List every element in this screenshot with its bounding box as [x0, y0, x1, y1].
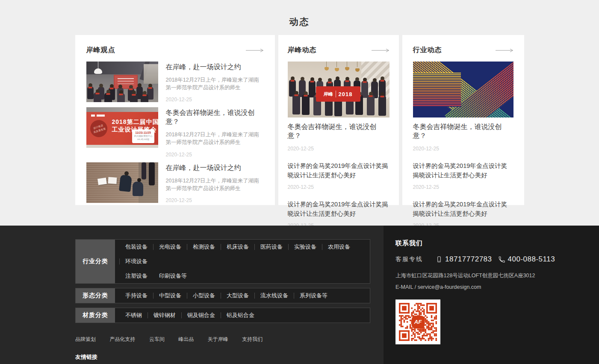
- more-arrow-icon[interactable]: [372, 48, 389, 53]
- category-label: 材质分类: [76, 308, 115, 323]
- article-list-item[interactable]: 设计界的金马奖2019年金点设计奖揭晓设计让生活更舒心美好 2020-12-25: [413, 161, 513, 191]
- footer-nav-link[interactable]: 云车间: [149, 336, 165, 342]
- contact-heading: 联系我们: [395, 239, 599, 247]
- qr-center-logo: AF: [412, 316, 425, 329]
- category-row-form: 形态分类 手持设备 中型设备 小型设备 大型设备 流水线设备 系列设备等: [75, 288, 370, 303]
- footer-nav-link[interactable]: 品牌策划: [75, 336, 96, 342]
- category-link[interactable]: 不锈钢: [121, 308, 146, 323]
- article-title: 设计界的金马奖2019年金点设计奖揭晓设计让生活更舒心美好: [413, 200, 513, 219]
- article-title: 设计界的金马奖2019年金点设计奖揭晓设计让生活更舒心美好: [288, 161, 389, 180]
- category-link[interactable]: 机床设备: [222, 240, 253, 254]
- category-link[interactable]: 小型设备: [189, 288, 219, 303]
- category-row-material: 材质分类 不锈钢 镀锌钢材 铜及铜合金 铝及铝合金: [75, 308, 370, 323]
- category-label: 形态分类: [76, 288, 115, 303]
- article-excerpt: 2018年12月27日上午，岸峰迎来了湖南第一师范学院产品设计系的师生: [166, 76, 264, 91]
- footer-nav: 品牌策划 产品化支持 云车间 峰出品 关于岸峰 支持我们: [75, 335, 384, 343]
- article-date: 2020-12-25: [166, 97, 192, 103]
- category-link[interactable]: 注塑设备: [121, 269, 151, 283]
- article-list-item[interactable]: 设计界的金马奖2019年金点设计奖揭晓设计让生活更舒心美好 2020-12-25: [413, 200, 513, 229]
- expo-date-box: 11/23-11/25 武汉国际博览中心 A4.A5.A6馆: [132, 129, 154, 143]
- category-link[interactable]: 铜及铜合金: [183, 308, 219, 323]
- article-date: 2020-12-25: [166, 152, 192, 158]
- article-list-item[interactable]: 在岸峰，赴一场设计之约 2018年12月27日上午，岸峰迎来了湖南第一师范学院产…: [86, 162, 264, 204]
- company-address: 上海市虹口区花园路128号运动LOFT创意园七街区A座3012: [395, 272, 599, 279]
- article-date: 2020-12-25: [288, 184, 314, 190]
- category-link[interactable]: 光电设备: [155, 240, 185, 254]
- featured-thumbnail-abstract-lines[interactable]: [413, 62, 513, 117]
- service-number[interactable]: 400-088-5113: [508, 255, 555, 264]
- footer-nav-link[interactable]: 产品化支持: [109, 336, 135, 342]
- article-excerpt: 2018年12月27日上午，岸峰迎来了湖南第一师范学院产品设计系的师生: [166, 131, 264, 146]
- column-header-row: 岸峰观点: [86, 46, 264, 55]
- article-list-item[interactable]: 设计界的金马奖2019年金点设计奖揭晓设计让生活更舒心美好 2020-12-25: [288, 200, 389, 229]
- page-title: 动态: [0, 0, 599, 27]
- category-link[interactable]: 系列设备等: [295, 288, 331, 303]
- article-list-item[interactable]: 在岸峰，赴一场设计之约 2018年12月27日上午，岸峰迎来了湖南第一师范学院产…: [86, 62, 264, 103]
- footer-nav-link[interactable]: 峰出品: [178, 336, 194, 342]
- column-title: 岸峰观点: [86, 46, 115, 55]
- featured-article-title[interactable]: 冬奥会吉祥物诞生，谁说没创意？: [288, 123, 389, 141]
- category-link[interactable]: 环境设备: [121, 254, 151, 269]
- article-title: 设计界的金马奖2019年金点设计奖揭晓设计让生活更舒心美好: [288, 200, 389, 219]
- column-header-row: 行业动态: [413, 46, 513, 55]
- column-anfeng-news: 岸峰动态 岸峰2018 冬奥会吉祥物诞生，谁说没创意？ 2020-12-25 设…: [278, 35, 399, 205]
- qr-code: AF: [395, 299, 440, 344]
- featured-article-title[interactable]: 冬奥会吉祥物诞生，谁说没创意？: [413, 123, 513, 141]
- category-link[interactable]: 流水线设备: [256, 288, 292, 303]
- category-row-industry: 行业分类 包装设备 光电设备 检测设备 机床设备 医药设备 实验设备 农用设备 …: [75, 239, 370, 284]
- article-title: 在岸峰，赴一场设计之约: [166, 164, 264, 173]
- footer-nav-link[interactable]: 支持我们: [242, 336, 263, 342]
- category-link[interactable]: 印刷设备等: [155, 269, 191, 283]
- featured-article-date: 2020-12-25: [288, 146, 314, 152]
- article-excerpt: 2018年12月27日上午，岸峰迎来了湖南第一师范学院产品设计系的师生: [166, 177, 264, 192]
- company-email[interactable]: E-MAIL / service@a-fourdesign.com: [395, 284, 599, 290]
- article-date: 2020-12-25: [413, 184, 439, 190]
- more-arrow-icon[interactable]: [496, 48, 513, 53]
- category-label: 行业分类: [76, 240, 115, 283]
- column-header-row: 岸峰动态: [288, 46, 389, 55]
- column-title: 岸峰动态: [288, 46, 317, 55]
- article-title: 设计界的金马奖2019年金点设计奖揭晓设计让生活更舒心美好: [413, 161, 513, 180]
- category-link[interactable]: 大型设备: [222, 288, 253, 303]
- category-link[interactable]: 农用设备: [324, 240, 354, 254]
- article-title: 在岸峰，赴一场设计之约: [166, 63, 264, 72]
- footer-nav-link[interactable]: 关于岸峰: [208, 336, 228, 342]
- category-link[interactable]: 手持设备: [121, 288, 151, 303]
- news-section: 动态 岸峰观点 在岸峰，赴一场设计之约 2018年12月27日上午，岸峰迎来了湖…: [0, 0, 599, 226]
- article-thumbnail-workshop: [86, 62, 158, 102]
- column-industry-news: 行业动态 冬奥会吉祥物诞生，谁说没创意？ 2020-12-25 设计界的金马奖2…: [402, 35, 524, 205]
- hotline-label: 客服专线: [395, 255, 423, 263]
- category-link[interactable]: 镀锌钢材: [149, 308, 180, 323]
- article-thumbnail-street: [86, 162, 158, 203]
- article-date: 2020-12-25: [166, 197, 192, 203]
- footer-categories-panel: 行业分类 包装设备 光电设备 检测设备 机床设备 医药设备 实验设备 农用设备 …: [0, 226, 384, 364]
- article-thumbnail-expo-banner: 2018第二届中国 工业设计展览会 设计推进高质量发展 11/23-11/25 …: [86, 107, 158, 148]
- category-link[interactable]: 铝及铝合金: [222, 308, 258, 323]
- friend-links-heading[interactable]: 友情链接: [75, 353, 384, 361]
- featured-article-date: 2020-12-25: [413, 146, 439, 152]
- mobile-number[interactable]: 18717772783: [445, 255, 492, 264]
- category-link[interactable]: 包装设备: [121, 240, 151, 254]
- featured-thumbnail-group-photo[interactable]: 岸峰2018: [288, 62, 389, 117]
- phone-handset-icon: [498, 256, 505, 263]
- article-list-item[interactable]: 设计界的金马奖2019年金点设计奖揭晓设计让生活更舒心美好 2020-12-25: [288, 161, 389, 191]
- column-anfeng-viewpoints: 岸峰观点 在岸峰，赴一场设计之约 2018年12月27日上午，岸峰迎来了湖南第一…: [75, 35, 275, 205]
- article-list-item[interactable]: 2018第二届中国 工业设计展览会 设计推进高质量发展 11/23-11/25 …: [86, 107, 264, 158]
- column-title: 行业动态: [413, 46, 442, 55]
- news-columns: 岸峰观点 在岸峰，赴一场设计之约 2018年12月27日上午，岸峰迎来了湖南第一…: [75, 35, 524, 205]
- footer-contact-panel: 联系我们 客服专线 18717772783 400-088-5113 上海市虹口…: [384, 226, 599, 364]
- category-link[interactable]: 检测设备: [189, 240, 219, 254]
- category-link[interactable]: 实验设备: [290, 240, 320, 254]
- article-title: 冬奥会吉祥物诞生，谁说没创意？: [166, 109, 264, 126]
- category-link[interactable]: 医药设备: [256, 240, 286, 254]
- more-arrow-icon[interactable]: [246, 48, 264, 53]
- group-photo-banner: 岸峰2018: [316, 86, 360, 102]
- mobile-phone-icon: [436, 255, 443, 263]
- hotline-row: 客服专线 18717772783 400-088-5113: [395, 255, 599, 264]
- category-link[interactable]: 中型设备: [155, 288, 185, 303]
- site-footer: 行业分类 包装设备 光电设备 检测设备 机床设备 医药设备 实验设备 农用设备 …: [0, 226, 599, 364]
